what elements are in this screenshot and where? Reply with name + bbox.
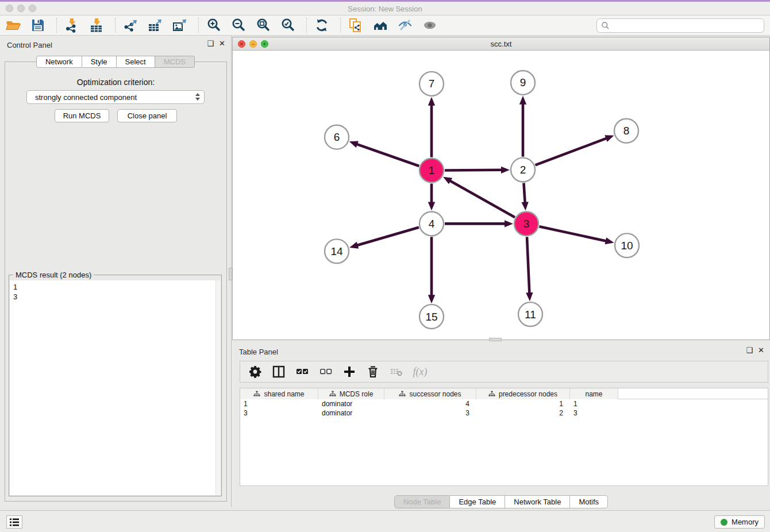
svg-text:8: 8 bbox=[623, 125, 630, 137]
column-header-predecessor-nodes[interactable]: predecessor nodes bbox=[476, 388, 570, 399]
svg-text:11: 11 bbox=[525, 309, 536, 321]
graph-node-1[interactable]: 1 bbox=[419, 159, 444, 183]
graph-node-8[interactable]: 8 bbox=[614, 119, 638, 143]
graph-node-15[interactable]: 15 bbox=[419, 304, 444, 329]
split-view-icon[interactable] bbox=[272, 365, 286, 379]
table-panel-title: Table Panel bbox=[239, 348, 278, 356]
open-folder-icon[interactable] bbox=[5, 18, 21, 33]
network-canvas[interactable]: 7968124314101511 bbox=[233, 51, 769, 340]
export-table-icon[interactable] bbox=[147, 18, 163, 33]
toolbar-separator bbox=[56, 18, 57, 33]
search-icon bbox=[601, 21, 610, 30]
mcds-result-groupbox: MCDS result (2 nodes) 1 3 bbox=[9, 275, 222, 496]
svg-text:4: 4 bbox=[429, 218, 435, 230]
tab-select[interactable]: Select bbox=[117, 56, 155, 68]
graph-edge-3-11[interactable] bbox=[526, 237, 533, 301]
graph-node-14[interactable]: 14 bbox=[325, 239, 349, 263]
graph-edge-4-14[interactable] bbox=[349, 228, 419, 249]
application-window: Session: New Session Control Panel ❑ bbox=[0, 0, 770, 532]
column-header-shared-name[interactable]: shared name bbox=[240, 388, 318, 399]
memory-button[interactable]: Memory bbox=[714, 515, 765, 529]
search-field[interactable] bbox=[596, 18, 764, 33]
float-table-panel-icon[interactable]: ❑ bbox=[746, 346, 753, 354]
add-row-icon[interactable] bbox=[342, 365, 356, 379]
graph-edge-1-7[interactable] bbox=[428, 97, 435, 157]
close-panel-button[interactable]: Close panel bbox=[117, 109, 177, 122]
tab-network-table[interactable]: Network Table bbox=[505, 495, 570, 508]
main-toolbar bbox=[0, 16, 770, 36]
clone-network-icon[interactable] bbox=[348, 18, 363, 33]
tab-style[interactable]: Style bbox=[82, 56, 117, 68]
search-input[interactable] bbox=[610, 20, 764, 32]
network-window-title: scc.txt bbox=[233, 40, 769, 48]
column-header-MCDS-role[interactable]: MCDS role bbox=[318, 388, 384, 399]
vertical-splitter-grip[interactable] bbox=[229, 268, 232, 280]
tab-mcds[interactable]: MCDS bbox=[155, 56, 195, 68]
export-image-icon[interactable] bbox=[172, 18, 187, 33]
graph-node-2[interactable]: 2 bbox=[511, 158, 535, 182]
close-table-panel-icon[interactable]: ✕ bbox=[758, 346, 764, 354]
graph-edge-3-1[interactable] bbox=[443, 177, 515, 217]
import-table-icon[interactable] bbox=[88, 18, 104, 33]
graph-node-10[interactable]: 10 bbox=[615, 233, 639, 257]
zoom-in-icon[interactable] bbox=[206, 18, 221, 33]
graph-node-7[interactable]: 7 bbox=[419, 72, 444, 96]
table-toolbar: f(x) bbox=[240, 361, 768, 383]
criterion-dropdown[interactable]: strongly connected component bbox=[26, 90, 205, 104]
zoom-selected-icon[interactable] bbox=[280, 18, 295, 33]
mcds-result-textarea[interactable]: 1 3 bbox=[10, 280, 221, 495]
deselect-all-icon[interactable] bbox=[319, 365, 333, 379]
tab-node-table[interactable]: Node Table bbox=[394, 495, 451, 508]
network-window-titlebar[interactable]: ✕ − + scc.txt bbox=[233, 37, 769, 51]
export-network-icon[interactable] bbox=[122, 18, 138, 33]
table-row[interactable]: 1dominator411 bbox=[240, 399, 768, 408]
table-panel: Table Panel ❑ ✕ f(x) shared nameMCDS rol… bbox=[232, 342, 770, 510]
gear-icon[interactable] bbox=[248, 365, 262, 379]
zoom-fit-icon[interactable] bbox=[255, 18, 271, 33]
svg-text:2: 2 bbox=[520, 164, 526, 176]
graph-edge-1-4[interactable] bbox=[428, 184, 435, 211]
graph-edge-4-15[interactable] bbox=[428, 237, 435, 303]
eye-icon[interactable] bbox=[422, 18, 437, 33]
graph-edge-3-10[interactable] bbox=[539, 226, 614, 244]
hide-eye-icon[interactable] bbox=[397, 18, 413, 33]
save-icon[interactable] bbox=[30, 18, 45, 33]
tree-column-icon bbox=[253, 391, 260, 398]
zoom-out-icon[interactable] bbox=[230, 18, 246, 33]
mcds-tab-content: Optimization criterion: strongly connect… bbox=[5, 61, 227, 502]
select-all-icon[interactable] bbox=[295, 365, 309, 379]
graph-edge-2-8[interactable] bbox=[536, 135, 614, 165]
graph-node-3[interactable]: 3 bbox=[514, 211, 538, 236]
run-mcds-button[interactable]: Run MCDS bbox=[55, 109, 109, 122]
graph-node-6[interactable]: 6 bbox=[325, 125, 349, 149]
tab-motifs[interactable]: Motifs bbox=[570, 495, 608, 508]
function-icon[interactable]: f(x) bbox=[413, 365, 427, 379]
graph-edge-1-6[interactable] bbox=[349, 141, 419, 166]
column-header-name[interactable]: name bbox=[570, 388, 618, 399]
graph-node-9[interactable]: 9 bbox=[511, 71, 535, 95]
table-row[interactable]: 3dominator323 bbox=[240, 408, 768, 418]
graph-node-11[interactable]: 11 bbox=[518, 302, 542, 326]
tab-edge-table[interactable]: Edge Table bbox=[450, 495, 505, 508]
delete-table-icon[interactable] bbox=[390, 365, 403, 379]
toolbar-separator bbox=[115, 18, 116, 33]
result-scrollbar[interactable] bbox=[215, 280, 221, 495]
graph-edge-4-3[interactable] bbox=[445, 220, 513, 227]
graph-node-4[interactable]: 4 bbox=[419, 211, 444, 236]
column-header-successor-nodes[interactable]: successor nodes bbox=[384, 388, 476, 399]
float-panel-icon[interactable]: ❑ bbox=[207, 39, 214, 48]
panel-list-button[interactable] bbox=[6, 515, 22, 529]
close-panel-icon[interactable]: ✕ bbox=[219, 39, 225, 48]
graph-edge-2-3[interactable] bbox=[521, 183, 528, 210]
svg-text:9: 9 bbox=[520, 76, 526, 88]
horizontal-splitter-grip[interactable] bbox=[489, 338, 502, 341]
table-header-row: shared nameMCDS rolesuccessor nodesprede… bbox=[240, 388, 768, 399]
svg-text:14: 14 bbox=[330, 245, 342, 257]
delete-row-icon[interactable] bbox=[366, 365, 380, 379]
import-network-icon[interactable] bbox=[64, 18, 79, 33]
tab-network[interactable]: Network bbox=[36, 56, 82, 68]
graph-edge-1-2[interactable] bbox=[445, 167, 510, 174]
home-icon[interactable] bbox=[372, 18, 388, 33]
graph-edge-2-9[interactable] bbox=[519, 96, 526, 157]
refresh-icon[interactable] bbox=[314, 18, 329, 33]
